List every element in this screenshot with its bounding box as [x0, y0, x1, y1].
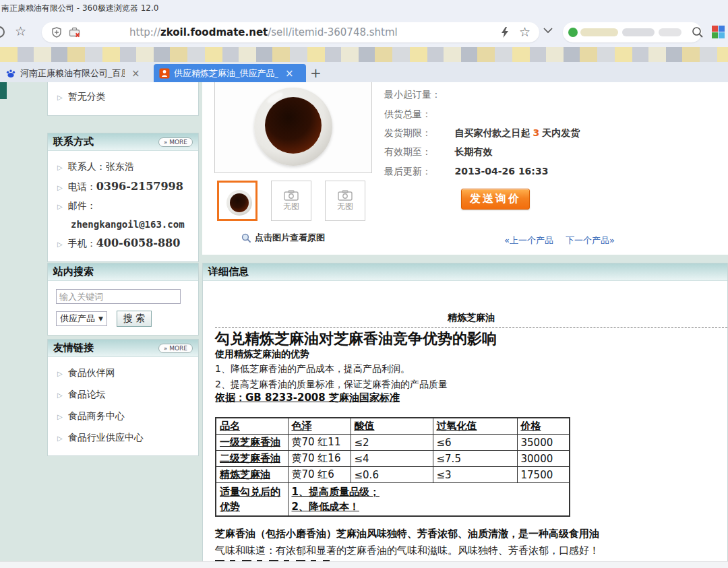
oil-cup-image [254, 88, 332, 166]
site-security-icon[interactable] [69, 27, 81, 38]
shield-plus-icon[interactable] [51, 27, 62, 38]
blurred-text-blob [659, 28, 681, 36]
field-label: 发货期限： [384, 127, 452, 139]
triangle-bullet-icon: ▷ [57, 184, 63, 191]
category-label: 暂无分类 [68, 91, 106, 103]
view-original-hint: 点击图片查看原图 [241, 232, 325, 244]
contact-label: 邮件： [68, 200, 96, 212]
table-header-row: 品名 色泽 酸值 过氧化值 价格 [216, 418, 570, 435]
new-tab-button[interactable]: + [310, 65, 322, 81]
search-engine-dot-icon [568, 28, 578, 37]
contact-label: 手机： [68, 238, 96, 250]
triangle-bullet-icon: ▷ [57, 435, 63, 442]
search-input[interactable] [56, 289, 181, 304]
field-supply: 供货总量： [384, 108, 452, 121]
cell: 精炼芝麻油 [216, 467, 288, 483]
link-label: 食品行业供应中心 [68, 432, 144, 444]
bottom-edge-strip [0, 561, 728, 568]
cell: 30000 [517, 451, 570, 467]
more-button[interactable]: » MORE [158, 344, 193, 353]
product-pagination: «上一个产品 下一个产品» [495, 234, 615, 247]
table-row: 精炼芝麻油 黄70 红6 ≤0.6 ≤3 17500 [216, 467, 570, 483]
sidebar-panel-search: 站内搜索 供应产品 ▼ 搜 索 [47, 263, 199, 336]
no-image-label: 无图 [283, 201, 299, 212]
chevron-down-icon[interactable] [543, 28, 553, 34]
search-icon[interactable] [692, 26, 704, 38]
tab-bar: 河南正康粮油有限公司_百度搜 × 供应精炼芝麻油_供应产品_河南 × + [0, 62, 728, 82]
advantage-point: 1、降低芝麻香油的产品成本，提高产品利润。 [215, 363, 410, 375]
footer-line: 2、降低成本！ [292, 499, 566, 514]
reload-icon[interactable] [0, 26, 5, 38]
page-edge-decoration [0, 82, 7, 99]
detail-header: 详细信息 [208, 265, 249, 278]
triangle-bullet-icon: ▷ [57, 164, 63, 171]
send-inquiry-button[interactable]: 发送询价 [461, 189, 530, 210]
footer-label: 适量勾兑后的优势 [216, 483, 288, 517]
flash-lightning-icon[interactable] [500, 27, 510, 38]
link-label: 食品商务中心 [68, 410, 125, 422]
tab-baidu-search[interactable]: 河南正康粮油有限公司_百度搜 × [0, 64, 152, 82]
bookmarks-bar[interactable] [0, 47, 728, 62]
description-regular: 气味和味道：有浓郁和显著的芝麻香油的气味和滋味。风味独特、芳香浓郁，口感好！ [215, 544, 599, 557]
search-type-select[interactable]: 供应产品 ▼ [56, 311, 107, 326]
quick-search-box[interactable] [563, 22, 702, 42]
advantage-title: 使用精炼芝麻油的优势 [215, 348, 309, 360]
contact-person-value: 张东浩 [106, 161, 134, 173]
camera-icon [338, 190, 353, 201]
friendly-link[interactable]: ▷食品行业供应中心 [48, 427, 198, 449]
tab-product-page[interactable]: 供应精炼芝麻油_供应产品_河南 × [154, 64, 306, 82]
delivery-suffix: 天内发货 [542, 127, 580, 138]
friendly-link[interactable]: ▷食品论坛 [48, 384, 198, 406]
tab-close-icon[interactable]: × [285, 67, 294, 80]
friendly-link[interactable]: ▷食品伙伴网 [48, 362, 198, 384]
contact-mobile-row: ▷ 手机： 400-6058-880 [48, 233, 198, 253]
cell: 黄70 红6 [288, 467, 351, 483]
updated-value: 2013-04-26 16:33 [454, 166, 548, 177]
address-bar[interactable]: http://zkoil.foodmate.net/sell/itemid-36… [42, 22, 539, 42]
blurred-text-blob [580, 28, 618, 36]
spec-price-table: 品名 色泽 酸值 过氧化值 价格 一级芝麻香油 黄70 红11 ≤2 ≤6 35… [215, 417, 570, 517]
thumbnail-active[interactable] [217, 181, 257, 221]
cell: 35000 [517, 435, 570, 451]
thumbnail-empty-2[interactable]: 无图 [325, 181, 365, 221]
product-main-image[interactable] [214, 82, 372, 173]
more-button[interactable]: » MORE [158, 137, 193, 147]
delivery-days: 3 [530, 127, 542, 138]
page-content: 产品分类 » MORE ▷ 暂无分类 联系方式 » MORE ▷ 联系人： 张东… [0, 82, 728, 568]
product-summary-section: 无图 无图 点击图片查看原图 最小起订量： 供货总量： [202, 82, 728, 255]
link-label: 食品论坛 [68, 389, 106, 401]
triangle-bullet-icon: ▷ [57, 203, 63, 210]
magnifier-icon [241, 233, 251, 243]
no-image-label: 无图 [337, 201, 353, 212]
triangle-bullet-icon: ▷ [57, 370, 63, 377]
bookmark-star-icon[interactable]: ☆ [519, 24, 530, 39]
field-label: 最后更新： [384, 166, 452, 178]
triangle-bullet-icon: ▷ [57, 241, 63, 248]
contact-email-row: ▷ 邮件： [48, 197, 198, 216]
contact-phone-value: 0396-2157998 [96, 180, 183, 193]
col-header: 过氧化值 [433, 418, 517, 435]
select-value: 供应产品 [60, 313, 95, 325]
search-button[interactable]: 搜 索 [117, 311, 152, 327]
friendly-link[interactable]: ▷食品商务中心 [48, 406, 198, 427]
cell: 17500 [517, 467, 570, 483]
next-product-link[interactable]: 下一个产品» [566, 235, 615, 245]
col-header: 酸值 [351, 418, 433, 435]
select-caret-icon: ▼ [98, 315, 103, 322]
tab-close-icon[interactable]: × [131, 67, 140, 80]
col-header: 价格 [517, 418, 570, 435]
thumbnail-empty-1[interactable]: 无图 [271, 181, 311, 221]
favorites-star-icon[interactable]: ☆ [15, 24, 26, 38]
col-header: 品名 [216, 418, 288, 435]
table-row: 二级芝麻香油 黄70 红16 ≤4 ≤7.5 30000 [216, 451, 570, 467]
url-text[interactable]: http://zkoil.foodmate.net/sell/itemid-36… [129, 22, 398, 42]
field-validity: 有效期至： 长期有效 [384, 146, 492, 158]
cell: ≤2 [351, 435, 433, 451]
cell: 黄70 红11 [288, 435, 351, 451]
detail-section: 详细信息 精炼芝麻油 勾兑精炼芝麻油对芝麻香油竞争优势的影响 使用精炼芝麻油的优… [202, 263, 728, 568]
triangle-bullet-icon: ▷ [57, 413, 63, 420]
apps-grid-icon[interactable] [712, 26, 725, 38]
advantage-point: 2、提高芝麻香油的质量标准，保证芝麻香油的产品质量 [215, 379, 448, 391]
prev-product-link[interactable]: «上一个产品 [504, 235, 553, 245]
category-item[interactable]: ▷ 暂无分类 [48, 87, 198, 107]
